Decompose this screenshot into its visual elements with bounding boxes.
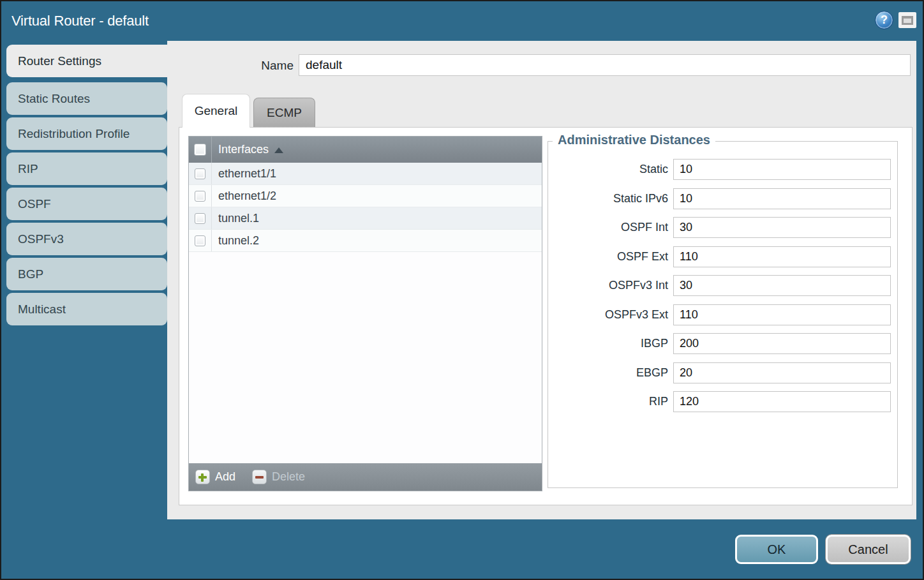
static-ipv6-label: Static IPv6: [554, 192, 668, 205]
sidebar-item-multicast[interactable]: Multicast: [6, 293, 167, 325]
field-row-rip: RIP: [554, 391, 893, 412]
sidebar-item-ospf[interactable]: OSPF: [6, 188, 167, 220]
field-row-static-ipv6: Static IPv6: [554, 188, 893, 209]
ibgp-label: IBGP: [554, 337, 668, 350]
interface-name: tunnel.2: [218, 234, 259, 248]
ospf-ext-input[interactable]: [673, 246, 891, 267]
maximize-icon-glyph: [902, 16, 913, 25]
table-row[interactable]: tunnel.2: [189, 230, 542, 252]
administrative-distances-legend: Administrative Distances: [553, 133, 715, 147]
select-all-cell: [189, 137, 212, 163]
static-label: Static: [554, 163, 668, 176]
interface-name: ethernet1/2: [218, 190, 276, 203]
minus-icon: [252, 470, 267, 484]
field-row-static: Static: [554, 159, 893, 180]
sidebar-item-rip[interactable]: RIP: [6, 152, 167, 185]
rip-label: RIP: [554, 395, 668, 408]
interface-name: tunnel.1: [218, 212, 259, 225]
sidebar-item-static-routes[interactable]: Static Routes: [6, 82, 167, 115]
interfaces-table: Interfaces ethernet1/1 ethernet1/2 tunne…: [188, 136, 542, 491]
interface-name: ethernet1/1: [218, 167, 276, 181]
row-checkbox[interactable]: [195, 213, 205, 224]
row-checkbox-cell: [189, 163, 212, 184]
delete-button[interactable]: Delete: [252, 470, 305, 484]
add-button[interactable]: Add: [195, 470, 235, 484]
plus-icon: [195, 470, 210, 484]
row-checkbox[interactable]: [195, 235, 205, 246]
tab-general[interactable]: General: [182, 94, 250, 128]
ibgp-input[interactable]: [673, 333, 891, 354]
table-footer-bar: Add Delete: [189, 463, 542, 491]
cancel-button[interactable]: Cancel: [826, 535, 911, 564]
row-checkbox-cell: [189, 207, 212, 229]
field-row-ospfv3-ext: OSPFv3 Ext: [554, 304, 893, 325]
interfaces-column-header[interactable]: Interfaces: [218, 143, 269, 156]
interfaces-table-header[interactable]: Interfaces: [189, 137, 542, 163]
sidebar-item-router-settings[interactable]: Router Settings: [6, 45, 167, 77]
ebgp-input[interactable]: [673, 362, 891, 383]
ospfv3-ext-input[interactable]: [673, 304, 891, 325]
sort-ascending-icon: [274, 147, 283, 153]
sidebar-nav: Router Settings Static Routes Redistribu…: [6, 45, 167, 328]
field-row-ospfv3-int: OSPFv3 Int: [554, 275, 893, 296]
sidebar-item-ospfv3[interactable]: OSPFv3: [6, 223, 167, 255]
ospfv3-ext-label: OSPFv3 Ext: [554, 308, 668, 322]
field-row-ebgp: EBGP: [554, 362, 893, 383]
tab-ecmp[interactable]: ECMP: [253, 98, 315, 127]
field-row-ibgp: IBGP: [554, 333, 893, 354]
ospf-int-input[interactable]: [673, 217, 891, 238]
sidebar-item-bgp[interactable]: BGP: [6, 258, 167, 290]
sidebar-item-redistribution-profile[interactable]: Redistribution Profile: [6, 117, 167, 150]
rip-input[interactable]: [673, 391, 891, 412]
ospf-ext-label: OSPF Ext: [554, 250, 668, 264]
row-checkbox[interactable]: [195, 168, 205, 179]
row-checkbox-cell: [189, 185, 212, 207]
row-checkbox[interactable]: [195, 191, 205, 202]
ebgp-label: EBGP: [554, 366, 668, 380]
delete-button-label: Delete: [272, 470, 305, 484]
add-button-label: Add: [215, 470, 235, 484]
table-empty-space: [189, 252, 542, 463]
virtual-router-dialog: Virtual Router - default ? Router Settin…: [0, 0, 924, 580]
title-bar: Virtual Router - default ?: [1, 1, 923, 41]
dialog-title: Virtual Router - default: [11, 1, 149, 41]
help-icon[interactable]: ?: [875, 11, 893, 29]
name-label: Name: [257, 55, 294, 77]
static-input[interactable]: [673, 159, 891, 180]
table-row[interactable]: ethernet1/2: [189, 185, 542, 207]
table-row[interactable]: ethernet1/1: [189, 163, 542, 185]
static-ipv6-input[interactable]: [673, 188, 891, 209]
ospf-int-label: OSPF Int: [554, 221, 668, 234]
row-checkbox-cell: [189, 230, 212, 251]
ospfv3-int-label: OSPFv3 Int: [554, 279, 668, 292]
name-input[interactable]: [299, 54, 911, 76]
field-row-ospf-ext: OSPF Ext: [554, 246, 893, 267]
ospfv3-int-input[interactable]: [673, 275, 891, 296]
field-row-ospf-int: OSPF Int: [554, 217, 893, 238]
select-all-checkbox[interactable]: [194, 144, 206, 156]
table-row[interactable]: tunnel.1: [189, 207, 542, 230]
ok-button[interactable]: OK: [735, 535, 818, 564]
maximize-icon[interactable]: [898, 12, 916, 28]
